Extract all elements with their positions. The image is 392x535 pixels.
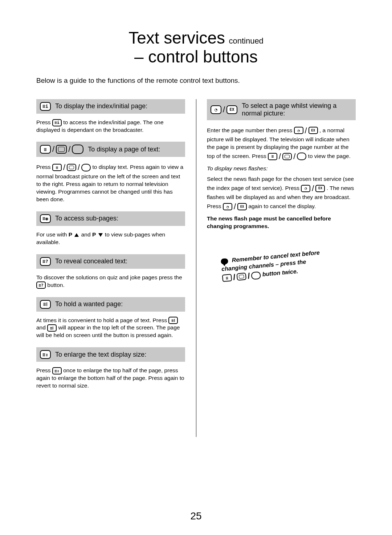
section-subpages-body: For use with P and P to view sub-pages w…: [36, 231, 185, 246]
blank-icon: [72, 145, 83, 154]
hold-icon: ≡⁞: [47, 324, 57, 332]
warning-text: The news flash page must be cancelled be…: [207, 215, 331, 229]
page-number: 25: [0, 510, 392, 522]
title-subtitle: – control buttons: [36, 48, 356, 65]
tv-icon: [56, 145, 67, 154]
ex-icon: EX: [237, 203, 247, 210]
section-heading: To select a page whilst viewing a normal…: [242, 102, 352, 117]
page-title-block: Text services continued – control button…: [36, 29, 356, 66]
section-subpages: ≡◉ To access sub-pages:: [36, 211, 185, 226]
section-display-text-body: Press ≡// to display text. Press again t…: [36, 162, 185, 203]
teletext-index-icon: ≡i: [52, 119, 62, 126]
section-index-body: Press ≡i to access the index/initial pag…: [36, 119, 185, 134]
section-enlarge-body: Press ≡⇕ once to enlarge the top half of…: [36, 367, 185, 390]
teletext-index-icon: ≡i: [40, 102, 51, 111]
section-hold-body: At times it is convenient to hold a page…: [36, 317, 185, 340]
ex-icon: EX: [309, 127, 318, 134]
section-reveal-body: To discover the solutions on quiz and jo…: [36, 274, 185, 289]
tv-icon: [282, 153, 292, 160]
hold-icon: ≡⁞: [40, 300, 51, 309]
blank-icon: [251, 271, 261, 279]
tv-icon: [67, 164, 76, 171]
section-heading: To enlarge the text display size:: [55, 351, 146, 358]
up-arrow-icon: [74, 233, 79, 237]
down-arrow-icon: [98, 233, 103, 237]
section-heading: To display a page of text:: [88, 146, 160, 153]
section-heading: To hold a wanted page:: [55, 300, 123, 308]
section-reveal: ≡? To reveal concealed text:: [36, 254, 185, 269]
teletext-text-icon: ≡: [222, 274, 232, 282]
hold-icon: ≡⁞: [168, 317, 178, 324]
blank-icon: [81, 164, 91, 171]
reveal-icon: ≡?: [40, 257, 51, 266]
clock-icon: ◔: [294, 127, 303, 134]
teletext-text-icon: ≡: [52, 164, 62, 171]
clock-icon: ◔: [223, 203, 232, 210]
teletext-text-icon: ≡: [268, 153, 277, 160]
section-enlarge: ≡⇕ To enlarge the text display size:: [36, 347, 185, 362]
title-main: Text services: [128, 28, 225, 47]
enlarge-icon: ≡⇕: [40, 350, 51, 359]
section-index: ≡i To display the index/initial page:: [36, 99, 185, 114]
section-heading: To reveal concealed text:: [55, 258, 127, 265]
clock-icon: ◔: [211, 105, 221, 114]
right-column: ◔ / EX To select a page whilst viewing a…: [196, 99, 356, 393]
reveal-icon: ≡?: [36, 281, 46, 289]
section-heading: To display the index/initial page:: [55, 102, 147, 110]
column-divider: [196, 99, 196, 437]
ex-icon: EX: [226, 105, 237, 114]
section-heading: To access sub-pages:: [55, 215, 118, 222]
remember-note: Remember to cancel text before changing …: [220, 247, 342, 284]
teletext-text-icon: ≡: [40, 145, 51, 154]
left-column: ≡i To display the index/initial page: Pr…: [36, 99, 196, 393]
enlarge-icon: ≡⇕: [52, 367, 62, 374]
intro-text: Below is a guide to the functions of the…: [36, 77, 356, 85]
subpage-icon: ≡◉: [40, 214, 51, 223]
section-hold: ≡⁞ To hold a wanted page:: [36, 297, 185, 312]
section-select-page-body: Enter the page number then press ◔/EX , …: [207, 125, 356, 230]
speech-bubble-icon: [221, 258, 228, 264]
section-select-page: ◔ / EX To select a page whilst viewing a…: [207, 99, 356, 120]
clock-icon: ◔: [301, 185, 310, 192]
tv-icon: [237, 272, 247, 280]
section-display-text: ≡ / / To display a page of text:: [36, 142, 185, 157]
news-flashes-heading: To display news flashes:: [207, 165, 268, 171]
title-continued: continued: [229, 36, 263, 45]
ex-icon: EX: [315, 185, 325, 192]
blank-icon: [297, 153, 306, 160]
